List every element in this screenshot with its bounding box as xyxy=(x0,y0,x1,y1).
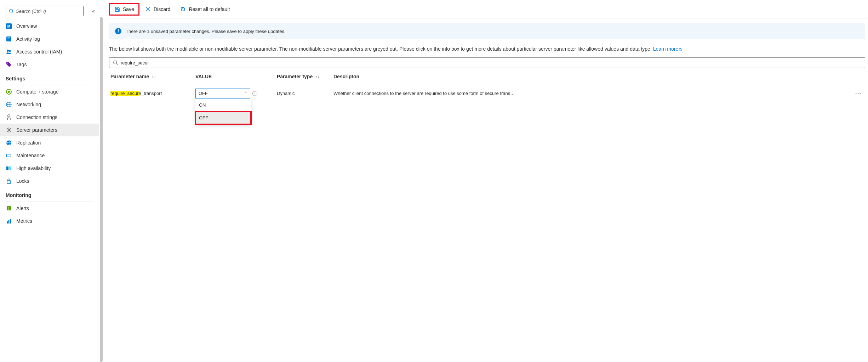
sidebar-item-activity-log[interactable]: Activity log xyxy=(0,33,99,45)
svg-rect-31 xyxy=(116,7,118,9)
svg-text:!: ! xyxy=(8,207,9,210)
sidebar-item-label: Replication xyxy=(16,140,41,146)
sidebar-item-label: Access control (IAM) xyxy=(16,49,62,55)
sidebar-item-access-control[interactable]: Access control (IAM) xyxy=(0,45,99,58)
maintenance-icon xyxy=(6,153,12,158)
learn-more-link[interactable]: Learn more⧉ xyxy=(653,46,682,52)
parameters-table: Parameter name ↑↓ VALUE Parameter type ↑… xyxy=(109,68,865,102)
svg-rect-22 xyxy=(7,154,11,157)
sidebar-item-metrics[interactable]: Metrics xyxy=(0,215,99,227)
col-header-desc-label: Descripton xyxy=(333,74,359,79)
info-icon: i xyxy=(115,28,121,34)
svg-text:M: M xyxy=(7,24,10,28)
svg-rect-23 xyxy=(6,166,8,170)
sidebar-search[interactable]: Search (Ctrl+/) xyxy=(6,6,84,16)
dropdown-option-label: OFF xyxy=(199,115,208,120)
sidebar-item-label: Connection strings xyxy=(16,114,57,120)
col-header-name-label: Parameter name xyxy=(110,74,149,79)
sidebar-item-label: High availability xyxy=(16,165,51,171)
col-header-desc[interactable]: Descripton xyxy=(333,74,853,79)
sidebar-item-maintenance[interactable]: Maintenance xyxy=(0,149,99,162)
sidebar: Search (Ctrl+/) « M Overview Activity lo… xyxy=(0,0,99,362)
search-icon xyxy=(113,60,118,65)
sidebar-item-label: Maintenance xyxy=(16,153,45,158)
parameter-info-icon[interactable]: i xyxy=(252,91,257,96)
name-rest: e_transport xyxy=(139,91,162,96)
sidebar-item-label: Server parameters xyxy=(16,127,57,133)
sort-icon: ↑↓ xyxy=(152,74,156,79)
svg-point-0 xyxy=(10,9,13,12)
sidebar-item-compute-storage[interactable]: Compute + storage xyxy=(0,85,99,98)
sidebar-item-high-availability[interactable]: High availability xyxy=(0,162,99,175)
sidebar-item-label: Activity log xyxy=(16,36,40,42)
cell-parameter-type-value: Dynamic xyxy=(277,91,295,96)
svg-point-8 xyxy=(7,50,9,52)
row-more-actions[interactable]: ··· xyxy=(853,91,864,96)
chevron-up-icon: ˄ xyxy=(245,91,247,96)
sidebar-item-connection-strings[interactable]: Connection strings xyxy=(0,111,99,124)
svg-point-17 xyxy=(8,129,10,131)
dropdown-option-off[interactable]: OFF xyxy=(195,112,251,124)
sidebar-item-label: Networking xyxy=(16,102,41,107)
sidebar-item-networking[interactable]: Networking xyxy=(0,98,99,111)
col-header-name[interactable]: Parameter name ↑↓ xyxy=(110,74,195,79)
intro-text-body: The below list shows both the modifiable… xyxy=(109,46,653,52)
cell-parameter-type: Dynamic xyxy=(277,91,333,96)
sidebar-item-server-parameters[interactable]: Server parameters xyxy=(0,124,99,136)
col-header-type-label: Parameter type xyxy=(277,74,313,79)
value-dropdown: ON OFF xyxy=(195,99,251,124)
svg-rect-30 xyxy=(10,219,11,224)
svg-point-10 xyxy=(7,63,8,63)
svg-line-1 xyxy=(12,12,14,13)
overview-icon: M xyxy=(6,23,12,29)
tags-icon xyxy=(6,62,12,67)
col-header-type[interactable]: Parameter type ↑↓ xyxy=(277,74,333,79)
metrics-icon xyxy=(6,218,12,224)
reset-button[interactable]: Reset all to default xyxy=(176,3,234,16)
svg-point-12 xyxy=(8,91,10,93)
high-availability-icon xyxy=(6,165,12,171)
replication-icon xyxy=(6,140,12,146)
save-label: Save xyxy=(123,6,134,12)
sidebar-item-label: Tags xyxy=(16,62,27,67)
compute-storage-icon xyxy=(6,89,12,95)
svg-point-35 xyxy=(114,61,117,64)
sidebar-collapse-toggle[interactable]: « xyxy=(92,8,95,14)
svg-rect-6 xyxy=(7,39,10,39)
sidebar-item-locks[interactable]: Locks xyxy=(0,175,99,187)
save-button[interactable]: Save xyxy=(109,3,139,16)
cell-description: Whether client connections to the server… xyxy=(333,91,853,96)
svg-rect-7 xyxy=(7,40,9,40)
col-header-value[interactable]: VALUE xyxy=(195,74,277,79)
sidebar-item-tags[interactable]: Tags xyxy=(0,58,99,71)
sidebar-item-alerts[interactable]: ! Alerts xyxy=(0,202,99,215)
cell-value: OFF ˄ ON OFF i xyxy=(195,89,277,98)
svg-rect-16 xyxy=(8,115,10,117)
discard-button[interactable]: Discard xyxy=(141,3,175,16)
value-combobox[interactable]: OFF ˄ ON OFF xyxy=(195,89,250,98)
svg-rect-24 xyxy=(9,166,11,170)
learn-more-label: Learn more xyxy=(653,46,679,52)
external-link-icon: ⧉ xyxy=(679,47,682,51)
alerts-icon: ! xyxy=(6,205,12,211)
sidebar-item-replication[interactable]: Replication xyxy=(0,136,99,149)
cell-parameter-name: require_secure_transport xyxy=(110,91,195,96)
unsaved-changes-banner: i There are 1 unsaved parameter changes.… xyxy=(109,23,865,39)
reset-label: Reset all to default xyxy=(189,6,230,12)
dropdown-option-on[interactable]: ON xyxy=(195,99,251,112)
sidebar-item-label: Alerts xyxy=(16,205,29,211)
svg-rect-28 xyxy=(7,221,8,224)
sort-icon: ↑↓ xyxy=(315,74,319,79)
sidebar-scrollbar[interactable] xyxy=(99,0,103,362)
name-match-highlight: require_secur xyxy=(110,91,139,96)
svg-line-36 xyxy=(116,64,118,65)
svg-point-9 xyxy=(9,50,11,52)
reset-icon xyxy=(180,6,186,12)
sidebar-item-overview[interactable]: M Overview xyxy=(0,20,99,33)
sidebar-item-label: Metrics xyxy=(16,218,32,224)
parameter-search-input[interactable]: require_secur xyxy=(109,57,865,68)
save-icon xyxy=(114,6,120,12)
locks-icon xyxy=(6,178,12,184)
server-parameters-icon xyxy=(6,127,12,133)
networking-icon xyxy=(6,102,12,107)
